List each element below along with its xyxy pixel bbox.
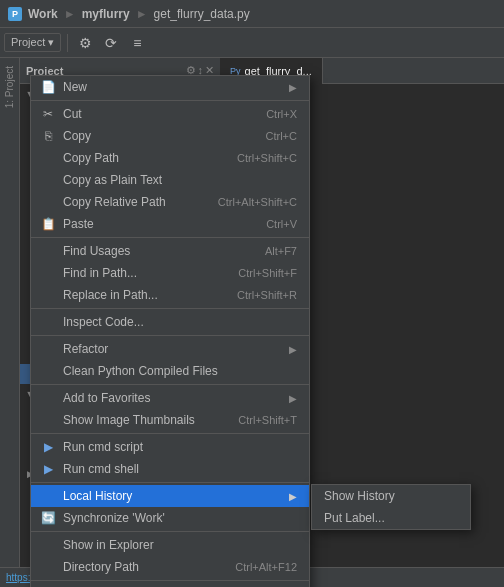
settings-btn[interactable]: ⚙ — [74, 32, 96, 54]
run-icon: ▶ — [39, 460, 57, 478]
sync-icon: 🔄 — [39, 509, 57, 527]
menu-add-favorites[interactable]: Add to Favorites ▶ — [31, 387, 309, 409]
sep1: ► — [64, 7, 76, 21]
no-icon — [39, 286, 57, 304]
menu-paste[interactable]: 📋 Paste Ctrl+V — [31, 213, 309, 235]
menu-label: Copy — [63, 129, 258, 143]
sync-btn[interactable]: ⟳ — [100, 32, 122, 54]
local-history-submenu: Show History Put Label... — [311, 484, 471, 530]
gear-btn[interactable]: ≡ — [126, 32, 148, 54]
project-icon: P — [8, 7, 22, 21]
file-label: get_flurry_data.py — [154, 7, 250, 21]
no-icon — [39, 536, 57, 554]
toolbar: Project ▾ ⚙ ⟳ ≡ — [0, 28, 504, 58]
submenu-arrow: ▶ — [289, 82, 297, 93]
menu-shortcut: Ctrl+Shift+T — [238, 414, 297, 426]
no-icon — [39, 264, 57, 282]
context-menu: 📄 New ▶ ✂ Cut Ctrl+X ⎘ Copy Ctrl+C Copy … — [30, 75, 310, 587]
no-icon — [39, 340, 57, 358]
menu-separator — [31, 237, 309, 238]
menu-label: Find in Path... — [63, 266, 230, 280]
work-label: Work — [28, 7, 58, 21]
submenu-arrow: ▶ — [289, 393, 297, 404]
menu-inspect-code[interactable]: Inspect Code... — [31, 311, 309, 333]
menu-shortcut: Ctrl+Shift+R — [237, 289, 297, 301]
menu-label: Directory Path — [63, 560, 227, 574]
no-icon — [39, 193, 57, 211]
menu-copy-relative[interactable]: Copy Relative Path Ctrl+Alt+Shift+C — [31, 191, 309, 213]
menu-clean-compiled[interactable]: Clean Python Compiled Files — [31, 360, 309, 382]
menu-cut[interactable]: ✂ Cut Ctrl+X — [31, 103, 309, 125]
menu-replace-path[interactable]: Replace in Path... Ctrl+Shift+R — [31, 284, 309, 306]
menu-copy-plain[interactable]: Copy as Plain Text — [31, 169, 309, 191]
submenu-label: Show History — [324, 489, 395, 503]
submenu-put-label[interactable]: Put Label... — [312, 507, 470, 529]
menu-run-cmd-shell[interactable]: ▶ Run cmd shell — [31, 458, 309, 480]
submenu-show-history[interactable]: Show History — [312, 485, 470, 507]
menu-separator — [31, 335, 309, 336]
menu-label: Add to Favorites — [63, 391, 285, 405]
menu-separator — [31, 482, 309, 483]
toolbar-separator — [67, 34, 68, 52]
menu-label: Run cmd shell — [63, 462, 297, 476]
menu-label: Refactor — [63, 342, 285, 356]
menu-label: Copy Path — [63, 151, 229, 165]
menu-refactor[interactable]: Refactor ▶ — [31, 338, 309, 360]
menu-show-explorer[interactable]: Show in Explorer — [31, 534, 309, 556]
cut-icon: ✂ — [39, 105, 57, 123]
no-icon — [39, 558, 57, 576]
menu-separator — [31, 384, 309, 385]
side-strip: 1: Project — [0, 58, 20, 587]
no-icon — [39, 149, 57, 167]
menu-separator — [31, 308, 309, 309]
no-icon — [39, 313, 57, 331]
menu-shortcut: Ctrl+V — [266, 218, 297, 230]
menu-shortcut: Ctrl+Alt+Shift+C — [218, 196, 297, 208]
no-icon — [39, 242, 57, 260]
tab-file-icon: Py — [230, 66, 241, 76]
menu-synchronize[interactable]: 🔄 Synchronize 'Work' — [31, 507, 309, 529]
menu-label: Show Image Thumbnails — [63, 413, 230, 427]
menu-separator — [31, 100, 309, 101]
menu-label: Copy as Plain Text — [63, 173, 297, 187]
menu-copy[interactable]: ⎘ Copy Ctrl+C — [31, 125, 309, 147]
menu-label: Local History — [63, 489, 285, 503]
no-icon — [39, 171, 57, 189]
run-icon: ▶ — [39, 438, 57, 456]
menu-label: Run cmd script — [63, 440, 297, 454]
menu-show-thumbnails[interactable]: Show Image Thumbnails Ctrl+Shift+T — [31, 409, 309, 431]
submenu-label: Put Label... — [324, 511, 385, 525]
menu-compare-with[interactable]: Compare With... Ctrl+D — [31, 583, 309, 587]
menu-separator — [31, 531, 309, 532]
menu-label: Replace in Path... — [63, 288, 229, 302]
menu-label: Synchronize 'Work' — [63, 511, 297, 525]
menu-shortcut: Ctrl+Alt+F12 — [235, 561, 297, 573]
no-icon — [39, 411, 57, 429]
copy-icon: ⎘ — [39, 127, 57, 145]
menu-shortcut: Ctrl+Shift+C — [237, 152, 297, 164]
menu-copy-path[interactable]: Copy Path Ctrl+Shift+C — [31, 147, 309, 169]
no-icon — [39, 362, 57, 380]
no-icon — [39, 389, 57, 407]
menu-label: Copy Relative Path — [63, 195, 210, 209]
project-side-label[interactable]: 1: Project — [2, 62, 17, 112]
menu-find-usages[interactable]: Find Usages Alt+F7 — [31, 240, 309, 262]
submenu-arrow: ▶ — [289, 344, 297, 355]
menu-new[interactable]: 📄 New ▶ — [31, 76, 309, 98]
menu-label: Find Usages — [63, 244, 257, 258]
menu-run-cmd-script[interactable]: ▶ Run cmd script — [31, 436, 309, 458]
menu-find-path[interactable]: Find in Path... Ctrl+Shift+F — [31, 262, 309, 284]
sep2: ► — [136, 7, 148, 21]
menu-label: Inspect Code... — [63, 315, 297, 329]
menu-shortcut: Alt+F7 — [265, 245, 297, 257]
menu-local-history[interactable]: Local History ▶ Show History Put Label..… — [31, 485, 309, 507]
project-dropdown[interactable]: Project ▾ — [4, 33, 61, 52]
menu-label: Clean Python Compiled Files — [63, 364, 297, 378]
menu-label: Paste — [63, 217, 258, 231]
new-icon: 📄 — [39, 78, 57, 96]
menu-separator — [31, 433, 309, 434]
menu-label: Show in Explorer — [63, 538, 297, 552]
menu-label: Cut — [63, 107, 258, 121]
menu-directory-path[interactable]: Directory Path Ctrl+Alt+F12 — [31, 556, 309, 578]
menu-shortcut: Ctrl+X — [266, 108, 297, 120]
